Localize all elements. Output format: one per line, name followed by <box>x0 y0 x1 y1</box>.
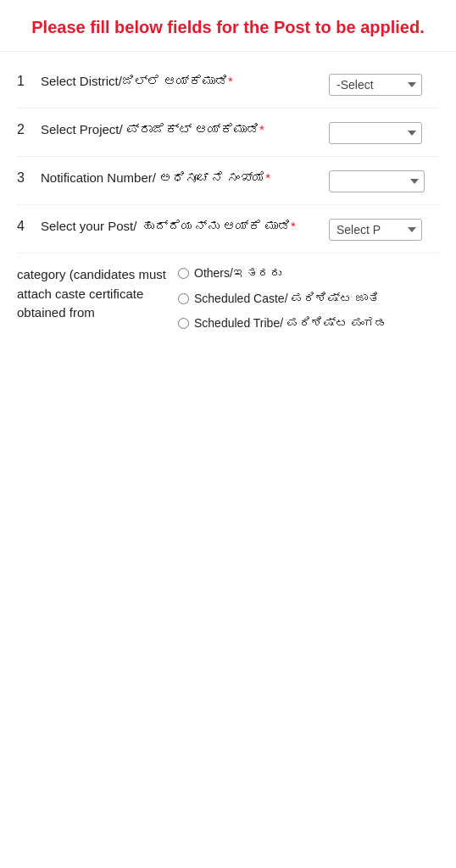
required-marker-3: * <box>265 170 270 185</box>
radio-group-category: Others/ಇತರರು Scheduled Caste/ ಪರಿಶಿಷ್ಟ ಜ… <box>178 265 439 332</box>
radio-sc[interactable] <box>178 293 189 304</box>
form-row-category: category (candidates must attach caste c… <box>17 253 439 344</box>
required-marker-1: * <box>228 74 233 88</box>
radio-label-sc: Scheduled Caste/ ಪರಿಶಿಷ್ಟ ಜಾತಿ <box>194 291 379 308</box>
radio-label-others: Others/ಇತರರು <box>194 265 281 282</box>
control-district: -Select District 1 District 2 <box>329 72 439 96</box>
project-select[interactable]: Project 1 Project 2 <box>329 122 422 144</box>
radio-others[interactable] <box>178 268 189 279</box>
row-number-4: 4 <box>17 217 41 234</box>
post-select[interactable]: Select P Post 1 Post 2 <box>329 219 422 241</box>
page-header: Please fill below fields for the Post to… <box>0 0 456 52</box>
radio-item-others[interactable]: Others/ಇತರರು <box>178 265 439 282</box>
radio-st[interactable] <box>178 318 189 329</box>
row-number-2: 2 <box>17 120 41 137</box>
required-marker-4: * <box>291 219 296 233</box>
control-project: Project 1 Project 2 <box>329 120 439 144</box>
row-number-1: 1 <box>17 72 41 89</box>
district-select[interactable]: -Select District 1 District 2 <box>329 74 422 96</box>
control-post: Select P Post 1 Post 2 <box>329 217 439 241</box>
category-options: Others/ಇತರರು Scheduled Caste/ ಪರಿಶಿಷ್ಟ ಜ… <box>178 265 439 332</box>
label-notification: Notification Number/ ಅಧಿಸೂಚನೆ ಸಂಖ್ಯೆ* <box>41 169 329 188</box>
radio-item-sc[interactable]: Scheduled Caste/ ಪರಿಶಿಷ್ಟ ಜಾತಿ <box>178 291 439 308</box>
form-row-post: 4 Select your Post/ ಹುದ್ದೆಯನ್ನು ಆಯ್ಕೆ ಮಾ… <box>17 205 439 253</box>
label-project: Select Project/ ಪ್ರಾಜೆಕ್ಟ್ ಆಯ್ಕೆಮಾಡಿ* <box>41 120 329 140</box>
radio-item-st[interactable]: Scheduled Tribe/ ಪರಿಶಿಷ್ಟ ಪಂಗಡ <box>178 315 439 332</box>
row-number-3: 3 <box>17 169 41 186</box>
label-district: Select District/ಜಿಲ್ಲೆ ಆಯ್ಕೆಮಾಡಿ* <box>41 72 329 92</box>
label-post: Select your Post/ ಹುದ್ದೆಯನ್ನು ಆಯ್ಕೆ ಮಾಡಿ… <box>41 217 329 236</box>
form-row-district: 1 Select District/ಜಿಲ್ಲೆ ಆಯ್ಕೆಮಾಡಿ* -Sel… <box>17 60 439 108</box>
control-notification: Notification 1 Notification 2 <box>329 169 439 192</box>
required-marker-2: * <box>259 122 264 136</box>
page-title: Please fill below fields for the Post to… <box>17 15 439 39</box>
label-category: category (candidates must attach caste c… <box>17 265 178 323</box>
form-row-project: 2 Select Project/ ಪ್ರಾಜೆಕ್ಟ್ ಆಯ್ಕೆಮಾಡಿ* … <box>17 108 439 157</box>
form-row-notification: 3 Notification Number/ ಅಧಿಸೂಚನೆ ಸಂಖ್ಯೆ* … <box>17 157 439 205</box>
notification-select[interactable]: Notification 1 Notification 2 <box>329 170 425 192</box>
radio-label-st: Scheduled Tribe/ ಪರಿಶಿಷ್ಟ ಪಂಗಡ <box>194 315 386 332</box>
form-container: 1 Select District/ಜಿಲ್ಲೆ ಆಯ್ಕೆಮಾಡಿ* -Sel… <box>0 52 456 370</box>
